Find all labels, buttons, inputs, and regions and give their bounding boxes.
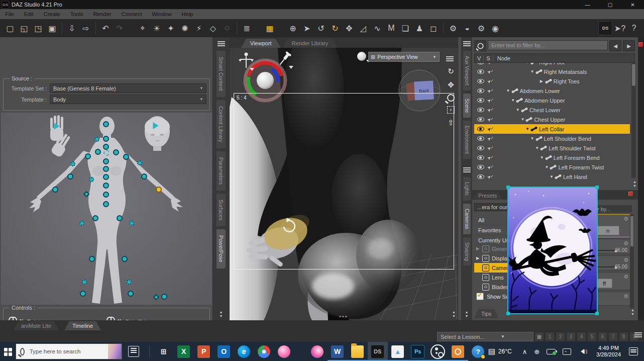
- menu-item[interactable]: File: [0, 11, 19, 17]
- scene-filter-input[interactable]: [488, 40, 608, 50]
- pane-menu-icon[interactable]: [463, 167, 471, 173]
- filter-forward-icon[interactable]: ▶: [623, 40, 635, 51]
- lesson-number-button[interactable]: 7: [608, 332, 618, 341]
- get-help-icon[interactable]: ?: [468, 342, 488, 361]
- selection-handle[interactable]: [506, 186, 510, 189]
- expand-caret-icon[interactable]: ▼: [550, 174, 555, 179]
- menu-item[interactable]: Window: [147, 11, 176, 17]
- lesson-number-button[interactable]: 5: [587, 332, 597, 341]
- toolbar-button[interactable]: [62, 22, 62, 34]
- parameter-scrollbar[interactable]: [630, 214, 634, 308]
- scene-node-row[interactable]: ▼ Left Forearm Bend: [474, 153, 630, 162]
- scene-scroll-arrows[interactable]: ▲▼: [633, 180, 636, 188]
- camera-node-icon[interactable]: ◻: [427, 22, 440, 35]
- scene-node-row[interactable]: ▼ Left Shoulder Bend: [474, 134, 630, 143]
- sphere-settings-icon[interactable]: ◒: [461, 22, 474, 35]
- network-globe-icon[interactable]: ⊕: [534, 348, 540, 355]
- pose-joint[interactable]: [67, 173, 73, 179]
- maximize-button[interactable]: ▢: [599, 0, 621, 9]
- presets-tab[interactable]: Presets: [472, 192, 503, 200]
- filter-back-icon[interactable]: ◀: [609, 40, 621, 51]
- node-list-icon[interactable]: ≣: [240, 22, 253, 35]
- pose-joint[interactable]: [103, 201, 109, 207]
- pose-joint[interactable]: [54, 123, 60, 130]
- template-dropdown[interactable]: Body ▼: [50, 95, 206, 104]
- scene-node-row[interactable]: ▼ Chest Lower: [474, 105, 630, 115]
- selectable-cursor-icon[interactable]: [487, 136, 494, 141]
- new-null-icon[interactable]: ◌: [221, 22, 234, 35]
- selection-handle[interactable]: [595, 312, 599, 315]
- off-button[interactable]: ff: [596, 279, 612, 288]
- viewport-scroll-arrows[interactable]: ▲▼: [452, 310, 456, 318]
- figure-setup-icon[interactable]: ♟: [413, 22, 426, 35]
- minimize-button[interactable]: —: [576, 0, 599, 9]
- tab-powerpose[interactable]: PowerPose: [217, 229, 226, 268]
- lesson-number-button[interactable]: 3: [566, 332, 576, 341]
- lesson-dropdown[interactable]: Select a Lesson...▼: [437, 332, 533, 341]
- surface-select-icon[interactable]: ❏: [399, 22, 412, 35]
- selection-handle[interactable]: [506, 312, 510, 315]
- pose-joint[interactable]: [103, 158, 109, 164]
- visibility-eye-icon[interactable]: [477, 63, 484, 64]
- scene-node-row[interactable]: ▼ Chest Upper: [474, 115, 630, 124]
- pose-joint[interactable]: [137, 160, 142, 165]
- parameter-scroll-arrows[interactable]: ▲▼: [631, 308, 634, 316]
- pose-joint[interactable]: [103, 136, 109, 142]
- pose-joint[interactable]: [128, 291, 134, 297]
- pose-joint[interactable]: [85, 153, 91, 159]
- pose-joint[interactable]: [89, 256, 95, 262]
- selectable-cursor-icon[interactable]: [487, 155, 494, 160]
- scale-tool-icon[interactable]: ◿: [357, 22, 370, 35]
- pose-joint[interactable]: [141, 173, 147, 179]
- lesson-number-button[interactable]: 6: [598, 332, 607, 341]
- start-button[interactable]: [0, 342, 16, 361]
- universal-tool-icon[interactable]: ⊕: [286, 22, 299, 35]
- outlook-icon[interactable]: O: [214, 342, 234, 361]
- orbit-select-tool-icon[interactable]: ↺: [314, 22, 328, 35]
- selectable-cursor-icon[interactable]: [487, 88, 494, 94]
- selectable-cursor-icon[interactable]: [487, 174, 494, 179]
- expand-caret-icon[interactable]: ▶: [540, 79, 546, 83]
- edge-icon[interactable]: e: [234, 342, 254, 361]
- pose-joint[interactable]: [103, 183, 109, 189]
- expand-caret-icon[interactable]: ▶: [476, 256, 482, 260]
- pose-joint[interactable]: [156, 187, 162, 193]
- reset-view-icon[interactable]: ⇧: [448, 118, 454, 127]
- snip-sketch-icon[interactable]: [448, 342, 468, 361]
- pose-joint[interactable]: [103, 192, 109, 198]
- visibility-eye-icon[interactable]: [477, 155, 484, 160]
- gear-icon[interactable]: ⚙: [623, 216, 628, 222]
- node-select-tool-icon[interactable]: ➤: [300, 22, 313, 35]
- parameter-row[interactable]: ⚙ ff: [596, 272, 634, 290]
- undo-icon[interactable]: ↶: [99, 22, 112, 35]
- selectable-cursor-icon[interactable]: [487, 126, 494, 132]
- orbit-view-icon[interactable]: ↻: [448, 67, 454, 76]
- selectable-cursor-icon[interactable]: [487, 78, 494, 84]
- visibility-eye-icon[interactable]: [477, 136, 484, 141]
- tab-aux-viewport[interactable]: Aux Viewport: [463, 51, 471, 91]
- checkbox-checked-icon[interactable]: [476, 293, 484, 300]
- pink-swirl-icon-2[interactable]: [307, 342, 328, 361]
- pose-joint[interactable]: [103, 121, 109, 127]
- visibility-eye-icon[interactable]: [477, 88, 484, 93]
- geometry-editor-icon[interactable]: M: [385, 22, 398, 35]
- toolbar-button[interactable]: [95, 22, 96, 34]
- pose-joint[interactable]: [129, 221, 134, 226]
- lesson-number-button[interactable]: 2: [556, 332, 565, 341]
- expand-caret-icon[interactable]: ▼: [530, 69, 536, 74]
- toolbar-button[interactable]: [584, 22, 597, 35]
- redo-icon[interactable]: ↷: [113, 22, 126, 35]
- export-icon[interactable]: ⇨: [79, 22, 92, 35]
- tab-environment[interactable]: Environment: [463, 121, 471, 159]
- file-explorer-icon[interactable]: [348, 342, 368, 361]
- visibility-eye-icon[interactable]: [477, 146, 484, 150]
- new-point-light-icon[interactable]: ✦: [164, 22, 177, 35]
- taskbar-search[interactable]: [16, 343, 122, 359]
- selectable-cursor-icon[interactable]: [487, 69, 494, 74]
- selectable-cursor-icon[interactable]: [487, 117, 494, 122]
- save-as-icon[interactable]: ◳: [32, 22, 45, 35]
- viewport-tab[interactable]: Render Library: [283, 39, 338, 48]
- expand-caret-icon[interactable]: ▼: [516, 108, 521, 112]
- scene-node-row[interactable]: ▼ Abdomen Lower: [474, 86, 630, 96]
- joint-editor-icon[interactable]: ∿: [371, 22, 384, 35]
